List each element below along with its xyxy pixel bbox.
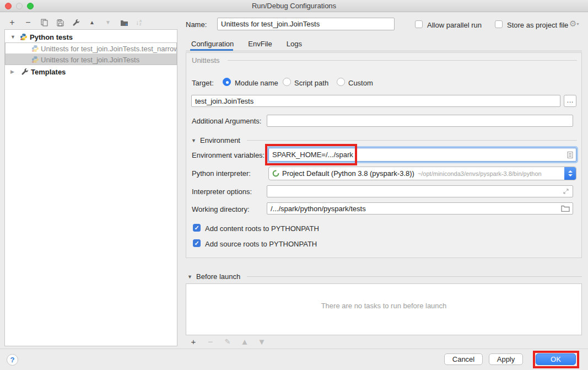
tree-item-label: Unittests for test_join.JoinTests.test_n… — [41, 45, 176, 53]
expand-field-icon[interactable] — [563, 188, 569, 195]
help-button[interactable]: ? — [7, 354, 18, 366]
tree-item-python-tests[interactable]: ▼ Python tests — [5, 31, 177, 42]
environment-section-label[interactable]: Environment — [200, 136, 240, 144]
working-directory-label: Working directory: — [192, 205, 250, 213]
sort-configurations-button[interactable]: ↓ az — [136, 19, 142, 26]
tab-configuration[interactable]: Configuration — [191, 40, 234, 48]
allow-parallel-run-checkbox[interactable] — [415, 20, 423, 28]
move-down-button[interactable]: ▼ — [104, 18, 112, 27]
tree-item-unittests-narrow[interactable]: Unittests for test_join.JoinTests.test_n… — [6, 43, 176, 54]
radio-module-name[interactable] — [223, 78, 231, 86]
cancel-button[interactable]: Cancel — [444, 353, 483, 365]
tab-logs[interactable]: Logs — [287, 40, 302, 48]
python-config-icon — [31, 56, 39, 63]
annotation-ok-button — [533, 351, 579, 368]
conda-env-icon — [272, 170, 279, 177]
move-task-up-button[interactable]: ▲ — [240, 337, 249, 346]
gear-dropdown-icon: ▾ — [576, 22, 579, 26]
radio-custom[interactable] — [337, 78, 345, 86]
tree-item-unittests-jointests[interactable]: Unittests for test_join.JoinTests — [6, 53, 176, 65]
python-config-icon — [31, 45, 39, 52]
save-configuration-button[interactable] — [56, 18, 64, 27]
annotation-environment-variables — [265, 144, 357, 165]
combo-stepper[interactable] — [564, 167, 576, 180]
python-tests-icon — [20, 33, 28, 41]
unittests-group-label: Unittests — [192, 56, 220, 65]
tree-item-templates[interactable]: ▶ Templates — [5, 66, 177, 77]
interpreter-options-label: Interpreter options: — [192, 187, 252, 196]
remove-task-button[interactable]: − — [206, 337, 215, 346]
remove-configuration-button[interactable]: − — [24, 18, 33, 27]
configuration-panel: Unittests Target: Module name Script pat… — [186, 52, 582, 258]
before-launch-task-list: There are no tasks to run before launch — [186, 283, 582, 335]
save-icon — [57, 19, 64, 26]
edit-task-button[interactable]: ✎ — [223, 337, 232, 346]
footer-divider — [0, 348, 588, 349]
copy-icon — [41, 19, 48, 26]
edit-templates-button[interactable] — [72, 18, 80, 27]
gear-icon: ⚙ — [569, 19, 576, 28]
additional-arguments-input[interactable] — [267, 115, 573, 127]
radio-module-name-label: Module name — [235, 79, 278, 87]
collapse-arrow-icon[interactable]: ▼ — [10, 34, 15, 40]
add-content-roots-checkbox[interactable]: ✓ — [193, 224, 201, 232]
name-input[interactable] — [217, 18, 395, 30]
tree-item-label: Unittests for test_join.JoinTests — [41, 56, 139, 64]
store-options-gear-button[interactable]: ⚙▾ — [569, 19, 579, 29]
configurations-tree: ▼ Python tests Unittests — [4, 29, 177, 346]
sort-arrow-icon: ↓ — [136, 19, 139, 26]
working-directory-input[interactable] — [267, 202, 573, 215]
check-icon: ✓ — [194, 225, 199, 231]
store-as-project-file-label: Store as project file — [507, 21, 568, 29]
before-launch-divider — [247, 276, 582, 277]
run-debug-configurations-dialog: Run/Debug Configurations + − ▲ ▼ — [0, 0, 588, 370]
new-folder-button[interactable] — [120, 18, 128, 27]
environment-variables-label: Environment variables: — [192, 151, 265, 159]
target-label: Target: — [192, 79, 214, 87]
edit-variables-icon[interactable] — [567, 151, 573, 158]
move-task-down-button[interactable]: ▼ — [257, 337, 266, 346]
before-launch-toolbar: + − ✎ ▲ ▼ — [189, 337, 266, 346]
environment-divider — [247, 140, 577, 141]
configurations-toolbar: + − ▲ ▼ ↓ — [8, 18, 142, 28]
tree-item-label: Templates — [31, 68, 66, 76]
python-interpreter-path: ~/opt/miniconda3/envs/pyspark-3.8/bin/py… — [418, 170, 542, 177]
window-title: Run/Debug Configurations — [0, 2, 588, 10]
stepper-down-icon — [568, 174, 573, 176]
add-source-roots-label: Add source roots to PYTHONPATH — [205, 240, 317, 248]
sort-az-icon: az — [139, 19, 142, 26]
environment-collapse-icon[interactable]: ▼ — [191, 138, 196, 143]
additional-arguments-label: Additional Arguments: — [192, 117, 261, 125]
before-launch-empty-text: There are no tasks to run before launch — [186, 302, 581, 310]
python-interpreter-value: Project Default (Python 3.8 (pyspark-3.8… — [282, 169, 414, 178]
tab-strip-divider — [186, 51, 582, 51]
allow-parallel-run-label: Allow parallel run — [427, 21, 482, 29]
apply-button[interactable]: Apply — [489, 353, 523, 365]
radio-script-path-label: Script path — [294, 79, 328, 87]
store-as-project-file-checkbox[interactable] — [495, 20, 503, 28]
new-folder-icon — [120, 19, 128, 26]
python-interpreter-select[interactable]: Project Default (Python 3.8 (pyspark-3.8… — [268, 167, 576, 180]
tab-envfile[interactable]: EnvFile — [248, 40, 272, 48]
copy-configuration-button[interactable] — [40, 18, 48, 27]
radio-script-path[interactable] — [283, 78, 291, 86]
add-content-roots-label: Add content roots to PYTHONPATH — [205, 224, 319, 233]
interpreter-options-input[interactable] — [267, 185, 573, 197]
before-launch-section-label[interactable]: Before launch — [196, 272, 240, 281]
add-source-roots-checkbox[interactable]: ✓ — [193, 239, 201, 247]
add-task-button[interactable]: + — [189, 337, 198, 346]
wrench-icon — [72, 19, 80, 26]
target-input[interactable] — [191, 95, 560, 107]
group-divider — [228, 60, 577, 61]
titlebar: Run/Debug Configurations — [0, 0, 588, 12]
browse-button[interactable]: … — [564, 95, 576, 107]
folder-browse-icon[interactable] — [561, 205, 570, 212]
stepper-up-icon — [568, 170, 573, 173]
move-up-button[interactable]: ▲ — [88, 18, 96, 27]
before-launch-collapse-icon[interactable]: ▼ — [187, 274, 192, 280]
templates-wrench-icon — [21, 68, 29, 76]
expand-arrow-icon[interactable]: ▶ — [10, 69, 14, 74]
active-tab-underline — [190, 49, 233, 51]
tree-item-label: Python tests — [30, 33, 73, 41]
add-configuration-button[interactable]: + — [8, 18, 17, 27]
